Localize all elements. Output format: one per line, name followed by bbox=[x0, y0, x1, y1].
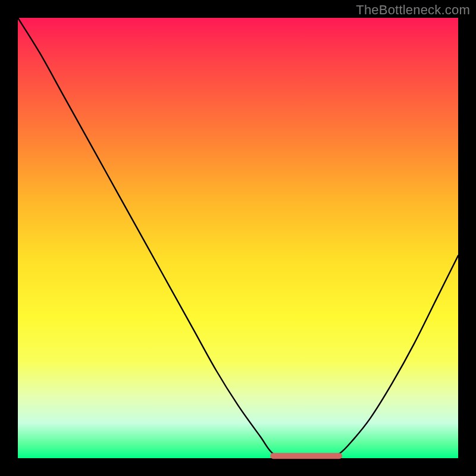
curve-svg bbox=[18, 18, 458, 458]
plot-area bbox=[18, 18, 458, 458]
bottleneck-curve-path bbox=[18, 18, 458, 459]
chart-frame: TheBottleneck.com bbox=[0, 0, 476, 476]
watermark-text: TheBottleneck.com bbox=[356, 2, 470, 18]
